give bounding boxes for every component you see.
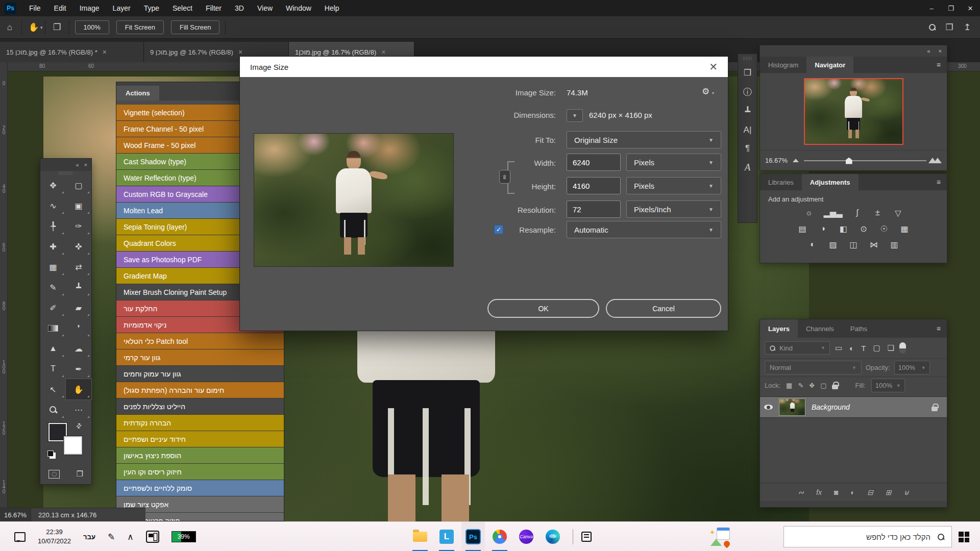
tab-histogram[interactable]: Histogram <box>760 57 806 73</box>
quick-mask-icon[interactable] <box>48 470 60 479</box>
selective-color-icon[interactable]: ⋈ <box>868 240 879 249</box>
layer-name[interactable]: Background <box>812 403 850 411</box>
eyedropper-tool[interactable]: ✑ <box>66 216 91 236</box>
sharpen-tool[interactable]: ▲ <box>40 338 66 359</box>
doc-tab-1[interactable]: 15 מוכן.jpg @ 16.7% (RGB/8) * × <box>0 42 144 62</box>
path-select-tool[interactable]: ↖ <box>40 379 66 399</box>
search-icon[interactable] <box>929 24 936 31</box>
actions-tab[interactable]: Actions <box>116 86 159 101</box>
panel-menu-icon[interactable]: ≡ <box>930 178 947 186</box>
news-widget-icon[interactable] <box>146 531 159 543</box>
layer-filter-kind-select[interactable]: Kind ▼ <box>765 341 830 355</box>
invert-icon[interactable]: ◐ <box>807 240 818 249</box>
color-balance-icon[interactable]: ◑ <box>817 224 828 234</box>
image-preview[interactable] <box>254 133 454 267</box>
action-button[interactable]: חידוד עיניים ושפתיים <box>116 431 284 447</box>
patch-tool[interactable]: ▦ <box>40 257 66 277</box>
tab-paths[interactable]: Paths <box>842 319 875 338</box>
menu-item[interactable]: Edit <box>47 0 73 16</box>
new-group-icon[interactable]: ⊟ <box>867 488 873 496</box>
minimize-button[interactable]: – <box>922 0 941 16</box>
gradient-tool[interactable] <box>40 318 66 338</box>
threshold-icon[interactable]: ◫ <box>848 240 859 249</box>
fit-screen-button[interactable]: Fit Screen <box>116 20 164 34</box>
restore-button[interactable]: ❐ <box>941 0 961 16</box>
menu-item[interactable]: File <box>22 0 47 16</box>
status-zoom-field[interactable]: 16.67% <box>0 508 31 521</box>
width-input[interactable]: 6240 <box>567 154 621 171</box>
properties-panel-icon[interactable]: ❒ <box>744 67 751 78</box>
filter-pixel-layers-icon[interactable]: ▭ <box>835 343 842 353</box>
close-panel-icon[interactable]: × <box>939 48 942 54</box>
panel-menu-icon[interactable]: ≡ <box>930 324 947 333</box>
taskbar-canva[interactable]: Canva <box>514 522 538 551</box>
pen-tool[interactable]: ✒ <box>66 359 91 379</box>
info-panel-icon[interactable]: ⓘ <box>743 86 752 98</box>
home-icon[interactable]: ⌂ <box>0 22 19 33</box>
tab-close-icon[interactable]: × <box>381 48 385 56</box>
character-panel-icon[interactable]: A| <box>744 125 752 135</box>
clone-stamp-tool[interactable]: ┻ <box>66 277 91 297</box>
levels-icon[interactable]: ▂▅▃ <box>824 208 843 218</box>
menu-item[interactable]: Help <box>318 0 346 16</box>
language-indicator[interactable]: עבר <box>83 533 95 541</box>
curves-icon[interactable]: ʃ <box>851 208 863 218</box>
collapse-panel-icon[interactable]: « <box>927 48 930 54</box>
close-panel-icon[interactable]: × <box>84 162 87 168</box>
glyphs-panel-icon[interactable]: A <box>745 162 751 173</box>
fill-screen-button[interactable]: Fill Screen <box>171 20 219 34</box>
tab-layers[interactable]: Layers <box>760 319 798 338</box>
task-view-icon[interactable] <box>581 532 592 542</box>
opacity-field[interactable]: 100% ▼ <box>894 361 930 374</box>
menu-item[interactable]: View <box>251 0 279 16</box>
healing-brush-tool[interactable]: ✜ <box>66 236 91 257</box>
menu-item[interactable]: Filter <box>199 0 228 16</box>
gradient-map-icon[interactable]: ▥ <box>889 240 900 249</box>
start-button[interactable] <box>959 532 969 542</box>
taskbar-lightroom[interactable]: L <box>435 522 458 551</box>
lock-all-icon[interactable] <box>832 385 838 389</box>
ok-button[interactable]: OK <box>487 299 599 318</box>
navigator-zoom-field[interactable]: 16.67% <box>765 157 788 164</box>
tab-close-icon[interactable]: × <box>238 48 242 56</box>
crop-tool[interactable]: ╄ <box>40 216 66 236</box>
clone-source-panel-icon[interactable]: ┻ <box>745 106 750 117</box>
menu-item[interactable]: Type <box>137 0 166 16</box>
zoom-out-icon[interactable] <box>793 159 799 162</box>
link-dimensions-icon[interactable]: ∞ <box>499 170 510 184</box>
object-selection-tool[interactable]: ▣ <box>66 195 91 216</box>
layer-row-background[interactable]: Background <box>760 396 947 418</box>
new-layer-icon[interactable]: ⊞ <box>886 488 892 496</box>
lock-artboard-icon[interactable]: ▢ <box>820 382 826 389</box>
brightness-contrast-icon[interactable]: ☼ <box>803 208 815 218</box>
move-tool[interactable]: ✥ <box>40 175 66 195</box>
filter-toggle[interactable] <box>899 342 906 354</box>
battery-indicator[interactable]: 39% <box>172 531 196 542</box>
arrange-windows-icon[interactable]: ❐ <box>47 22 67 33</box>
action-button[interactable]: כלי הטלאי Patch tool <box>116 333 284 349</box>
action-button[interactable]: סומק ללחיים ולשפתיים <box>116 480 284 496</box>
exposure-icon[interactable]: ± <box>872 208 883 218</box>
menu-item[interactable]: 3D <box>228 0 251 16</box>
panel-menu-icon[interactable]: ≡ <box>930 61 947 69</box>
eraser-tool[interactable]: ▰ <box>66 297 91 318</box>
taskbar-clock[interactable]: 22:39 10/07/2022 <box>38 528 71 545</box>
default-colors-icon[interactable] <box>47 450 54 457</box>
action-button[interactable]: הוספת ניצוץ באישון <box>116 447 284 463</box>
gear-icon[interactable]: ⚙ ▾ <box>702 86 714 97</box>
zoom-in-icon[interactable] <box>932 158 942 163</box>
tab-close-icon[interactable]: × <box>103 48 107 56</box>
black-white-icon[interactable]: ◧ <box>838 224 849 234</box>
taskbar-file-explorer[interactable] <box>408 522 432 551</box>
layer-thumbnail[interactable] <box>779 398 805 416</box>
zoom-100-button[interactable]: 100% <box>75 20 109 34</box>
taskbar-edge[interactable] <box>541 522 565 551</box>
action-button[interactable]: גוון עור עמוק וחמים <box>116 366 284 382</box>
paragraph-panel-icon[interactable]: ¶ <box>745 143 750 154</box>
menu-item[interactable]: Window <box>279 0 318 16</box>
spot-healing-tool[interactable]: ✚ <box>40 236 66 257</box>
tab-navigator[interactable]: Navigator <box>806 57 853 73</box>
action-button[interactable]: חימום עור והבהרה (הפחתת סגול) <box>116 382 284 398</box>
action-button[interactable]: גוון עור קרמי <box>116 349 284 365</box>
lasso-tool[interactable]: ∿ <box>40 195 66 216</box>
